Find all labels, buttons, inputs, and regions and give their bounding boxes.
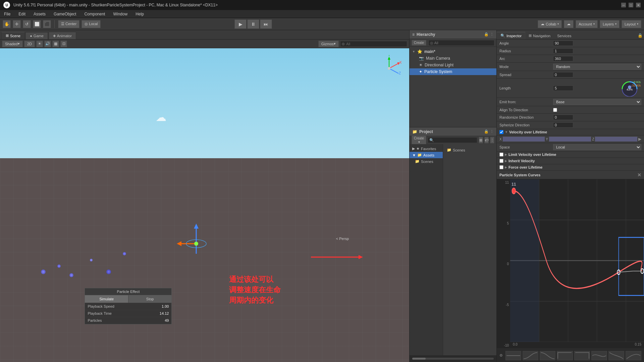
- project-menu[interactable]: ⋮: [490, 129, 494, 134]
- preset-1[interactable]: [505, 351, 521, 360]
- spread-input[interactable]: [553, 72, 573, 77]
- spherize-input[interactable]: [553, 122, 573, 128]
- velocity-checkbox[interactable]: [499, 130, 503, 134]
- hierarchy-search[interactable]: [428, 40, 494, 46]
- menu-edit[interactable]: Edit: [17, 11, 27, 17]
- preset-5[interactable]: [574, 351, 590, 360]
- preset-6[interactable]: [591, 351, 607, 360]
- pause-button[interactable]: ⏸: [247, 19, 259, 29]
- menu-file[interactable]: File: [3, 11, 12, 17]
- row-length: Length 43% ↑0 K/s ↓31 K/s: [497, 79, 644, 98]
- preset-2[interactable]: [523, 351, 538, 360]
- sound-icon[interactable]: 🔊: [44, 41, 51, 47]
- stop-button[interactable]: Stop: [128, 295, 172, 303]
- preset-8[interactable]: [626, 351, 641, 360]
- project-lock[interactable]: 🔒: [484, 129, 489, 134]
- force-section[interactable]: ▶ Force over Lifetime: [497, 164, 644, 171]
- mode-dropdown[interactable]: Random: [553, 64, 641, 70]
- light-icon[interactable]: ☀: [36, 41, 43, 47]
- inherit-vel-section[interactable]: ▶ Inherit Velocity: [497, 158, 644, 164]
- inherit-vel-checkbox[interactable]: [499, 159, 503, 163]
- space-dropdown[interactable]: Local: [553, 144, 641, 150]
- tab-navigation[interactable]: ⊞ Navigation: [525, 32, 554, 39]
- svg-point-31: [512, 188, 516, 194]
- menu-help[interactable]: Help: [134, 11, 145, 17]
- simulate-button[interactable]: Simulate: [85, 295, 128, 303]
- curves-close-button[interactable]: ✕: [637, 172, 641, 178]
- scene-view[interactable]: ☁ Y X Z < Persp: [0, 48, 409, 362]
- limit-vel-section[interactable]: ▶ Limit Velocity over Lifetime: [497, 152, 644, 158]
- emit-dropdown[interactable]: Base: [553, 99, 641, 105]
- layout-button[interactable]: Layout ▾: [622, 20, 641, 28]
- hierarchy-root[interactable]: ▼ ⭐ main*: [410, 48, 496, 55]
- menu-component[interactable]: Component: [83, 11, 106, 17]
- shaded-dropdown[interactable]: Shaded ▾: [2, 41, 23, 47]
- assets-label: Assets: [423, 153, 434, 157]
- randomize-input[interactable]: [553, 115, 573, 120]
- preset-4[interactable]: [557, 351, 573, 360]
- align-checkbox[interactable]: [553, 108, 557, 112]
- tab-services[interactable]: Services: [554, 33, 575, 39]
- project-scrollbar[interactable]: [410, 355, 496, 362]
- cloud-button[interactable]: ☁: [564, 20, 574, 28]
- tree-favorites[interactable]: ▶ ★ Favorites: [410, 145, 443, 152]
- arc-input[interactable]: [553, 56, 573, 61]
- randomize-label: Randomize Direction: [499, 115, 553, 119]
- rotate-tool[interactable]: ↺: [23, 20, 31, 28]
- close-button[interactable]: ✕: [636, 3, 641, 7]
- tree-assets[interactable]: ▼ 📁 Assets: [410, 152, 443, 158]
- menu-assets[interactable]: Assets: [32, 11, 47, 17]
- minimize-button[interactable]: ─: [621, 3, 626, 7]
- angle-input[interactable]: [553, 41, 573, 46]
- maximize-button[interactable]: □: [629, 3, 633, 7]
- tab-animator[interactable]: ◈ Animator: [49, 32, 76, 39]
- step-button[interactable]: ⏭: [260, 19, 272, 29]
- play-button[interactable]: ▶: [234, 19, 247, 29]
- length-input[interactable]: [553, 85, 573, 91]
- gizmos-button[interactable]: Gizmos ▾: [318, 41, 339, 47]
- hierarchy-create[interactable]: Create: [412, 40, 426, 46]
- project-icon-1[interactable]: ⊞: [479, 137, 483, 143]
- curves-canvas[interactable]: 11 5 0 -5 -10 11 ⚙: [497, 179, 644, 349]
- assets-expand: ▼: [412, 153, 416, 157]
- tab-game[interactable]: ● Game: [25, 32, 48, 39]
- vel-expand[interactable]: ▶: [638, 137, 641, 141]
- preset-7[interactable]: [608, 351, 624, 360]
- inspector-lock[interactable]: 🔒: [636, 32, 644, 39]
- layers-button[interactable]: Layers ▾: [600, 20, 620, 28]
- center-button[interactable]: ☰ Center: [58, 20, 79, 28]
- scale-tool[interactable]: ⬜: [33, 20, 41, 28]
- collab-button[interactable]: ☁ Collab ▾: [538, 20, 562, 28]
- hierarchy-lock[interactable]: 🔒: [484, 32, 489, 37]
- menu-window[interactable]: Window: [112, 11, 129, 17]
- camera-icon[interactable]: ⊡: [60, 41, 67, 47]
- hierarchy-item-camera[interactable]: 📷 Main Camera: [410, 55, 496, 62]
- tab-scene[interactable]: ⊞ Scene: [1, 32, 25, 39]
- y-label-minus5: -5: [498, 303, 509, 307]
- fx-icon[interactable]: ▦: [52, 41, 59, 47]
- velocity-section-header[interactable]: ▼ Velocity over Lifetime: [497, 129, 644, 135]
- radius-input[interactable]: [553, 48, 573, 54]
- scene-tab-label: Scene: [10, 34, 20, 38]
- force-checkbox[interactable]: [499, 165, 503, 169]
- asset-scenes[interactable]: 📁 Scenes: [446, 147, 494, 153]
- project-icon-2[interactable]: 🏷: [484, 137, 489, 143]
- hand-tool[interactable]: ✋: [3, 20, 11, 28]
- tree-scenes[interactable]: 📁 Scenes: [410, 158, 443, 165]
- hierarchy-item-particles[interactable]: ✦ Particle System: [410, 68, 496, 75]
- preset-3[interactable]: [540, 351, 555, 360]
- local-button[interactable]: ◎ Local: [82, 20, 101, 28]
- project-icon-3[interactable]: ⋮: [490, 137, 494, 143]
- tab-inspector[interactable]: 🔍 Inspector: [497, 32, 525, 39]
- menu-gameobject[interactable]: GameObject: [52, 11, 77, 17]
- move-tool[interactable]: ✛: [13, 20, 21, 28]
- rect-tool[interactable]: ⬛: [43, 20, 51, 28]
- limit-vel-checkbox[interactable]: [499, 153, 503, 157]
- annotation-line1: 通过该处可以: [229, 275, 281, 285]
- 2d-button[interactable]: 2D: [24, 41, 35, 47]
- hierarchy-item-light[interactable]: ☀ Directional Light: [410, 62, 496, 68]
- project-create[interactable]: Create ▾: [412, 135, 426, 145]
- account-button[interactable]: Account ▾: [576, 20, 598, 28]
- hierarchy-menu[interactable]: ⋮: [490, 32, 494, 37]
- project-search[interactable]: [428, 137, 477, 143]
